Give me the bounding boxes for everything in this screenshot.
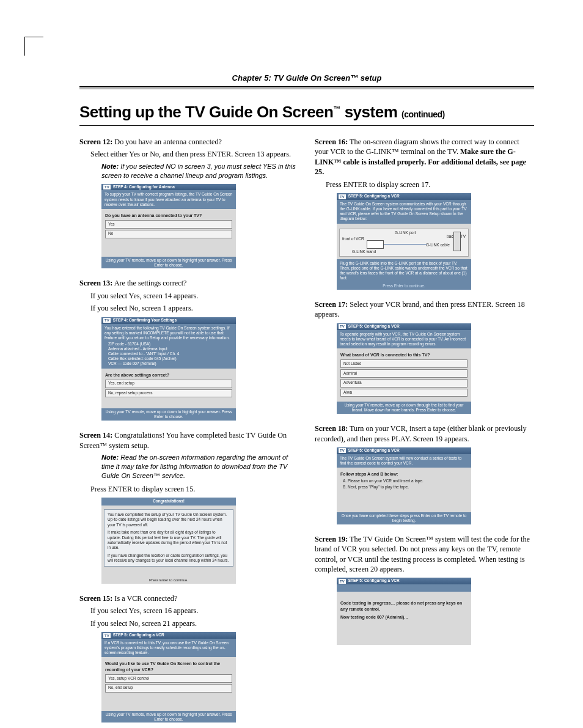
screenshot-19: TVSTEP 5: Configuring a VCR Code testing… [337,578,471,644]
ss17-note: To operate properly with your VCR, the T… [337,330,471,348]
ss19-bar: STEP 5: Configuring a VCR [348,578,400,584]
ss12-note: To supply your TV with correct program l… [101,190,236,208]
ss16-bar: STEP 5: Configuring a VCR [348,194,400,199]
ss14-title: Congratulations! [101,498,236,506]
ss13-opt2: No, repeat setup process [105,389,232,398]
screen12-note: Note: If you selected NO in screen 3, yo… [101,162,299,180]
screen13-q: Are the settings correct? [112,279,186,287]
ss19-spacer [337,584,471,592]
ss13-question: Are the above settings correct? [105,372,232,378]
title-rule [79,125,534,126]
ss13-bar: STEP 4: Confirming Your Settings [113,318,177,323]
ss15-opt2: No, end setup [105,684,232,693]
screen14-press: Press ENTER to display screen 15. [90,484,299,494]
ss18-stepA: A. Please turn on your VCR and insert a … [343,479,468,484]
ss17-opt2: Admiral [340,369,468,378]
screen16-body2: Press ENTER to display screen 17. [326,180,534,189]
ss18-note: The TV Guide On Screen system will now c… [337,454,471,468]
ss12-footer: Using your TV remote, move up or down to… [101,257,236,269]
screen13-label: Screen 13: [79,279,112,287]
left-column: Screen 12: Do you have an antenna connec… [79,137,299,728]
ss19-line1: Code testing in progress… please do not … [340,600,468,612]
screenshot-14: Congratulations! You have completed the … [101,498,236,584]
chapter-header: Chapter 5: TV Guide On Screen™ setup [79,73,534,83]
screen15-yes: If you select Yes, screen 16 appears. [90,606,299,616]
screenshot-15: TVSTEP 5: Configuring a VCR If a VCR is … [101,632,236,722]
right-column: Screen 16: The on-screen diagram shows t… [315,137,534,728]
ss17-opt3: Adventura [340,379,468,388]
screen15-label: Screen 15: [79,594,112,603]
screen14-note: Note: Read the on-screen information reg… [101,453,299,480]
crop-mark-tl [24,37,43,56]
rule-thin [79,89,534,89]
screen12-body: Select either Yes or No, and then press … [90,149,299,159]
screen13-no: If you select No, screen 1 appears. [90,303,299,313]
screen13-yes: If you select Yes, screen 14 appears. [90,291,299,301]
ss15-footer: Using your TV remote, move up or down to… [101,711,236,723]
screen18-label: Screen 18: [315,424,348,433]
ss18-stepB: B. Next, press "Play" to play the tape. [343,485,468,490]
ss17-opt1: Not Listed [340,359,468,368]
title-main: Setting up the TV Guide On Screen [79,103,333,121]
ss17-footer: Using your TV remote, move up or down th… [337,402,471,414]
ss13-note: You have entered the following TV Guide … [101,324,236,369]
ss16-note2: Plug the G-LINK cable into the G-LINK po… [337,259,471,283]
ss12-question: Do you have an antenna connected to your… [105,213,232,218]
tv-badge: TV [103,185,111,189]
ss18-question: Follow steps A and B below: [340,471,468,477]
ss16-note: The TV Guide On Screen system communicat… [337,200,471,224]
screen12-label: Screen 12: [79,138,112,146]
ss15-bar: STEP 5: Configuring a VCR [113,633,164,638]
ss12-opt-yes: Yes [105,220,232,229]
screenshot-13: TVSTEP 4: Confirming Your Settings You h… [101,317,236,421]
title-system: system [340,103,402,121]
screenshot-17: TVSTEP 5: Configuring a VCR To operate p… [337,323,471,414]
ss19-line2: Now testing code 007 (Admiral)… [340,614,468,620]
screen12-q: Do you have an antenna connected? [112,138,222,146]
ss16-diagram: front of VCR G-LINK port back of TV G-LI… [339,229,469,257]
ss13-opt1: Yes, end setup [105,380,232,388]
ss14-foot: Press Enter to continue. [103,578,235,583]
screenshot-18: TVSTEP 5: Configuring a VCR The TV Guide… [337,447,471,524]
title-tm: ™ [333,105,340,113]
screenshot-12: TVSTEP 4: Configuring for Antenna To sup… [101,184,236,269]
ss16-foot: Press Enter to continue. [337,282,471,290]
ss17-bar: STEP 5: Configuring a VCR [348,324,400,329]
ss18-bar: STEP 5: Configuring a VCR [348,448,400,454]
rule-thick [79,86,534,87]
ss18-footer: Once you have completed these steps pres… [337,512,471,524]
ss14-panel: You have completed the setup of your TV … [104,509,233,567]
ss15-question: Would you like to use TV Guide On Screen… [105,661,232,672]
ss15-note: If a VCR is connected to this TV, you ca… [101,639,236,657]
ss17-question: What brand of VCR is connected to this T… [340,352,468,358]
screen15-no: If you select No, screen 21 appears. [90,619,299,628]
ss15-opt1: Yes, setup VCR control [105,674,232,683]
ss13-footer: Using your TV remote, move up or down to… [101,408,236,421]
ss17-opt4: Aiwa [340,389,468,397]
ss12-bar: STEP 4: Configuring for Antenna [113,185,175,190]
screen15-q: Is a VCR connected? [112,594,177,603]
screen16-label: Screen 16: [315,138,348,146]
screen17-label: Screen 17: [315,300,348,309]
screen14-label: Screen 14: [79,431,112,439]
page-title: Setting up the TV Guide On Screen™ syste… [79,103,534,122]
screenshot-16: TVSTEP 5: Configuring a VCR The TV Guide… [337,193,471,290]
screen19-label: Screen 19: [315,535,348,543]
title-continued: (continued) [402,109,445,119]
ss12-opt-no: No [105,230,232,238]
